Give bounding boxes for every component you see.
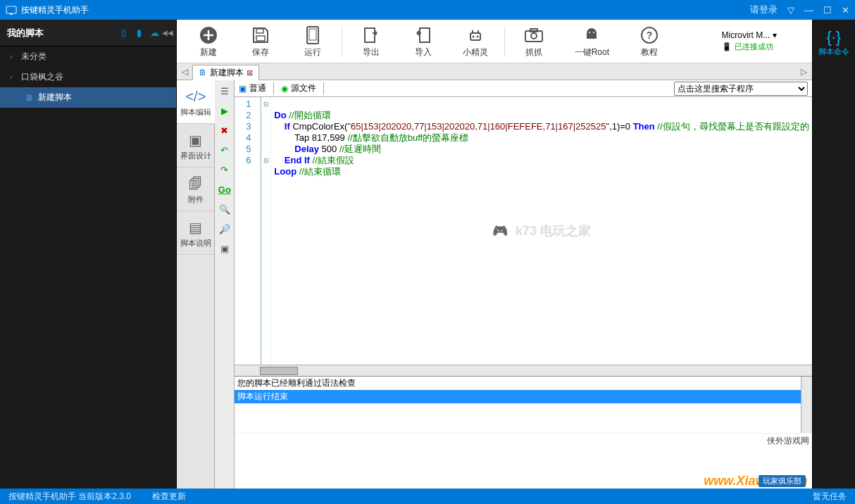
device-status[interactable]: Microvirt M...▾ 📱已连接成功 (722, 30, 806, 52)
stop-icon[interactable]: ✖ (217, 122, 232, 138)
tree-folder[interactable]: › 未分类 (0, 46, 176, 67)
root-button[interactable]: 一键Root (560, 24, 623, 58)
svg-rect-0 (6, 6, 16, 13)
bookmark-list-icon[interactable]: ▣ (217, 241, 232, 256)
view-description[interactable]: ▤脚本说明 (177, 211, 214, 255)
svg-rect-1 (10, 13, 13, 15)
tree-label: 未分类 (21, 51, 46, 63)
code-header: ▣普通 ◉源文件 点击这里搜索子程序 (235, 80, 811, 97)
code-editor: ▣普通 ◉源文件 点击这里搜索子程序 123456 ⊟⊟ Do //開始循環 I… (235, 80, 811, 489)
svg-point-15 (589, 32, 590, 33)
tutorial-button[interactable]: ?教程 (623, 24, 675, 58)
check-update-link[interactable]: 检查更新 (152, 491, 186, 503)
subroutine-search[interactable]: 点击这里搜索子程序 (674, 82, 808, 96)
app-title: 按键精灵手机助手 (21, 4, 750, 16)
play-icon[interactable]: ▶ (217, 103, 232, 118)
svg-point-16 (593, 32, 594, 33)
wizard-button[interactable]: 小精灵 (449, 24, 501, 58)
redo-icon[interactable]: ↷ (217, 162, 232, 177)
toggle-list-icon[interactable]: ☰ (217, 83, 232, 99)
right-panel: {·} 脚本命令 (812, 20, 855, 489)
toolbar-separator (342, 26, 342, 57)
dropdown-icon[interactable]: ▽ (787, 5, 794, 15)
close-button[interactable]: ✕ (842, 5, 849, 15)
tabs-scroll-left[interactable]: ◁ (177, 67, 192, 77)
camera-icon (508, 24, 560, 46)
undo-icon[interactable]: ↶ (217, 142, 232, 158)
subroutine-select[interactable]: 点击这里搜索子程序 (674, 82, 808, 96)
capture-button[interactable]: 抓抓 (508, 24, 560, 58)
export-icon (345, 24, 397, 46)
document-icon: 🗎 (199, 68, 207, 77)
fold-column[interactable]: ⊟⊟ (261, 97, 271, 365)
view-attachments[interactable]: 🗐附件 (177, 168, 214, 211)
cloud-icon[interactable]: ☁ (146, 27, 162, 38)
tree-label: 新建脚本 (38, 92, 72, 103)
source-icon: ◉ (281, 84, 288, 94)
android-icon (560, 24, 623, 46)
editor-area: </>脚本编辑 ▣界面设计 🗐附件 ▤脚本说明 ☰ ▶ ✖ ↶ ↷ Go 🔍 🔎… (177, 80, 811, 489)
svg-rect-8 (420, 28, 430, 42)
new-button[interactable]: 新建 (182, 24, 235, 58)
find-replace-icon[interactable]: 🔎 (217, 221, 232, 237)
horizontal-scrollbar[interactable] (235, 365, 811, 376)
code-text[interactable]: Do //開始循環 If CmpColorEx("65|153|202020,7… (271, 97, 811, 365)
titlebar: 按键精灵手机助手 请登录 ▽ ― ☐ ✕ (0, 0, 855, 20)
chevron-right-icon: › (10, 73, 17, 81)
close-tab-icon[interactable]: ⊠ (246, 68, 253, 77)
export-button[interactable]: 导出 (345, 24, 397, 58)
view-normal-tab[interactable]: ▣普通 (239, 82, 266, 94)
document-tab[interactable]: 🗎 新建脚本 ⊠ (192, 65, 259, 80)
help-circle-icon: ? (623, 24, 675, 46)
import-button[interactable]: 导入 (397, 24, 449, 58)
main-toolbar: 新建 保存 运行 导出 导入 小精灵 抓抓 一键Root ?教程 Microvi… (177, 20, 811, 63)
script-tree: › 未分类 › 口袋枫之谷 🗎 新建脚本 (0, 46, 176, 489)
svg-rect-6 (309, 29, 316, 40)
device-pc-icon[interactable]: ▯ (116, 27, 131, 38)
attachment-icon: 🗐 (178, 173, 213, 194)
output-line: 您的脚本已经顺利通过语法检查 (235, 377, 800, 390)
run-button[interactable]: 运行 (287, 24, 339, 58)
editor-tool-column: ☰ ▶ ✖ ↶ ↷ Go 🔍 🔎 ▣ (215, 80, 235, 489)
layout-icon: ▣ (178, 130, 213, 151)
device-name: Microvirt M... (722, 30, 770, 40)
code-body[interactable]: 123456 ⊟⊟ Do //開始循環 If CmpColorEx("65|15… (235, 97, 811, 365)
device-phone-icon[interactable]: ▮ (131, 27, 146, 38)
banner-badge: 玩家俱乐部 (759, 475, 806, 487)
tree-folder[interactable]: › 口袋枫之谷 (0, 67, 176, 87)
script-commands-button[interactable]: {·} 脚本命令 (818, 28, 849, 57)
phone-icon (287, 24, 339, 46)
view-script-edit[interactable]: </>脚本编辑 (177, 80, 215, 124)
phone-small-icon: 📱 (722, 42, 732, 51)
toolbar-separator (504, 26, 505, 57)
status-tasks: 暂无任务 (813, 491, 847, 503)
minimize-button[interactable]: ― (804, 5, 813, 15)
output-line-selected[interactable]: 脚本运行结束 (235, 390, 800, 403)
normal-view-icon: ▣ (239, 84, 246, 94)
tabs-scroll-right[interactable]: ▷ (797, 67, 812, 77)
svg-rect-7 (365, 28, 375, 42)
svg-rect-9 (470, 33, 480, 40)
maximize-button[interactable]: ☐ (823, 5, 832, 15)
sidebar-header: 我的脚本 ▯ ▮ ☁ ◀◀ (0, 20, 176, 46)
svg-text:?: ? (647, 30, 653, 41)
view-source-tab[interactable]: ◉源文件 (281, 82, 316, 94)
save-button[interactable]: 保存 (235, 24, 287, 58)
output-scrollbar[interactable] (801, 377, 812, 433)
output-panel: 您的脚本已经顺利通过语法检查 脚本运行结束 侠外游戏网 www.Xiawai.C… (235, 376, 811, 489)
tree-file[interactable]: 🗎 新建脚本 (0, 87, 176, 108)
scroll-thumb[interactable] (260, 367, 298, 375)
output-footer-text: 侠外游戏网 (235, 433, 811, 448)
import-icon (397, 24, 449, 46)
collapse-sidebar-icon[interactable]: ◀◀ (162, 29, 169, 37)
sidebar-title: 我的脚本 (7, 27, 116, 39)
tree-label: 口袋枫之谷 (21, 71, 63, 83)
find-icon[interactable]: 🔍 (217, 201, 232, 217)
login-link[interactable]: 请登录 (750, 4, 778, 16)
view-ui-design[interactable]: ▣界面设计 (177, 124, 214, 168)
go-icon[interactable]: Go (217, 182, 232, 197)
svg-rect-5 (307, 27, 318, 44)
svg-rect-4 (256, 36, 265, 41)
device-connection-status: 已连接成功 (735, 42, 773, 52)
svg-point-11 (477, 36, 479, 38)
